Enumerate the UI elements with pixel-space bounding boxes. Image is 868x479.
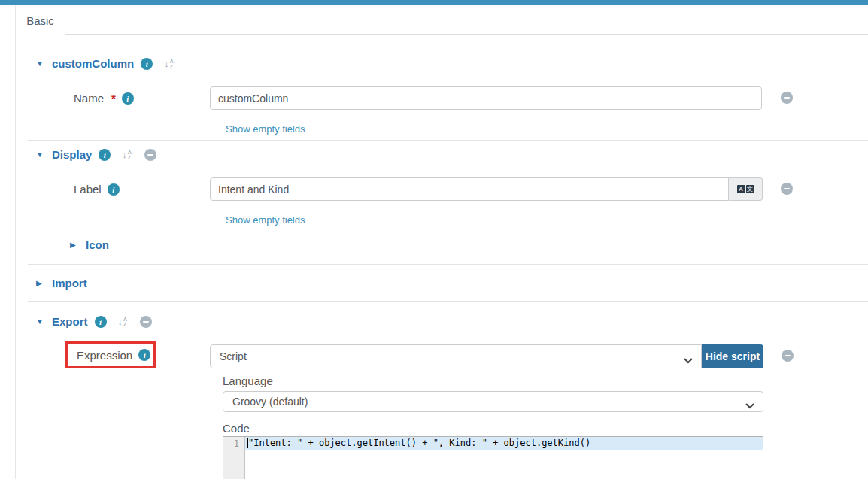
caret-down-icon: ▼ [36,150,45,159]
section-customcolumn-header[interactable]: ▼ customColumn i ↓ A Z [36,57,174,70]
label-input[interactable] [210,177,729,201]
section-export-title: Export [52,315,88,328]
remove-expression-button[interactable] [782,350,794,362]
minus-icon [143,321,149,323]
info-icon[interactable]: i [138,349,150,361]
sort-icon[interactable]: ↓ A Z [122,150,132,160]
info-icon[interactable]: i [122,92,134,105]
sort-icon[interactable]: ↓ A Z [164,59,174,69]
info-icon[interactable]: i [108,183,120,196]
section-divider [28,301,868,302]
tab-basic[interactable]: Basic [16,5,65,35]
label-label-cell: Label i [74,177,210,196]
section-display-header[interactable]: ▼ Display i ↓ A Z [36,148,156,161]
name-field-row: Name* i [74,86,793,110]
show-empty-fields-link[interactable]: Show empty fields [226,214,305,226]
code-line-1: "Intent: " + object.getIntent() + ", Kin… [245,437,763,450]
remove-display-button[interactable] [144,149,156,161]
label-label: Label i [74,183,120,196]
remove-label-button[interactable] [781,183,793,195]
label-field-row: Label i A 文 [74,177,793,201]
code-text: "Intent: " + object.getIntent() + ", Kin… [248,437,590,450]
expression-field-row: Expression i Script Hide script [16,341,868,371]
translate-icon: A [737,185,745,193]
show-empty-fields-link[interactable]: Show empty fields [226,123,305,135]
info-icon[interactable]: i [99,149,111,161]
code-label: Code [223,422,250,435]
caret-down-icon: ▼ [36,59,45,68]
minus-icon [785,355,791,356]
expression-select[interactable]: Script [210,344,702,368]
remove-name-button[interactable] [781,92,793,104]
tab-basic-label: Basic [26,14,54,27]
code-editor[interactable]: 1 "Intent: " + object.getIntent() + ", K… [223,436,763,479]
section-divider [28,140,868,141]
minus-icon [147,154,153,156]
section-export-header[interactable]: ▼ Export i ↓ A Z [36,315,152,328]
chevron-down-icon [684,354,693,366]
section-customcolumn-title: customColumn [52,57,134,70]
caret-right-icon: ▶ [70,241,79,249]
top-accent-bar [0,0,868,5]
info-icon[interactable]: i [141,58,153,70]
info-icon[interactable]: i [95,316,107,328]
chevron-down-icon [745,399,754,411]
expression-selected-option: Script [220,350,247,362]
editor-gutter: 1 [223,437,245,479]
section-icon-header[interactable]: ▶ Icon [70,238,109,251]
expression-highlight-box: Expression i [65,341,156,368]
name-label-cell: Name* i [74,86,210,105]
expression-label: Expression i [77,349,150,362]
caret-right-icon: ▶ [36,279,45,287]
required-marker: * [111,92,116,105]
code-area[interactable]: "Intent: " + object.getIntent() + ", Kin… [245,437,763,479]
language-select[interactable]: Groovy (default) [223,391,763,412]
language-label: Language [223,374,273,387]
caret-down-icon: ▼ [36,317,45,326]
name-label: Name* i [74,92,134,105]
remove-export-button[interactable] [140,316,152,328]
section-display-title: Display [52,148,92,161]
name-input[interactable] [210,86,762,110]
line-number: 1 [223,438,239,450]
translate-button[interactable]: A 文 [729,177,763,201]
section-import-title: Import [52,277,87,290]
hide-script-button[interactable]: Hide script [702,344,763,368]
language-selected-option: Groovy (default) [232,396,308,408]
form-panel: Basic ▼ customColumn i ↓ A Z Name* i Sho… [15,5,868,479]
section-divider [28,264,868,265]
section-import-header[interactable]: ▶ Import [36,277,87,290]
tab-bar: Basic [16,5,868,35]
minus-icon [784,188,790,189]
minus-icon [784,97,790,99]
sort-icon[interactable]: ↓ A Z [118,317,128,327]
section-icon-title: Icon [86,238,109,251]
